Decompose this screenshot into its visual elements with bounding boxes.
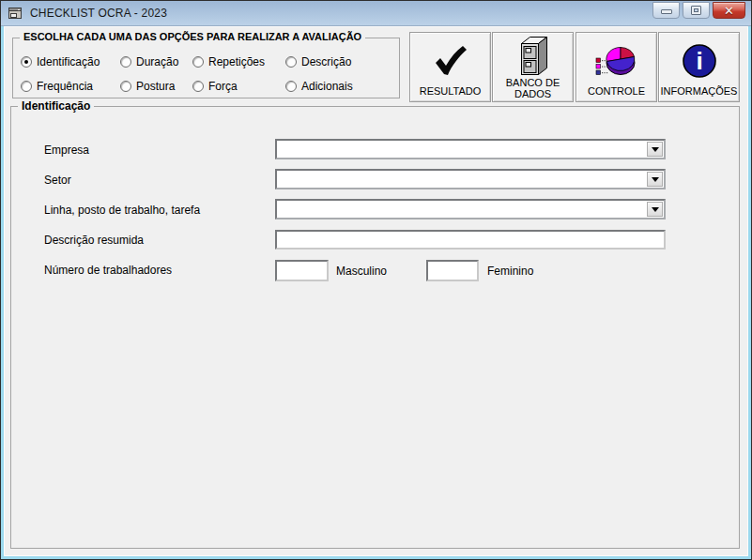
- form-background: ESCOLHA CADA UMA DAS OPÇÕES PARA REALIZA…: [4, 26, 748, 556]
- descricao-resumida-input[interactable]: [275, 230, 666, 250]
- radio-button-icon: [285, 81, 297, 92]
- controle-button[interactable]: CONTROLE: [576, 32, 657, 102]
- setor-label: Setor: [44, 174, 71, 187]
- maximize-button[interactable]: [683, 2, 710, 19]
- window-controls: ✕: [652, 2, 745, 19]
- checkmark-icon: [431, 36, 470, 85]
- radio-button-icon: [21, 56, 32, 68]
- chevron-down-icon: [652, 147, 659, 152]
- linha-dropdown-button[interactable]: [647, 202, 663, 217]
- vb-form-icon: [8, 6, 24, 21]
- radio-button-icon: [192, 56, 204, 68]
- masculino-label: Masculino: [336, 265, 387, 278]
- feminino-input[interactable]: [426, 260, 479, 281]
- empresa-combobox[interactable]: [275, 139, 666, 159]
- descricao-resumida-label: Descrição resumida: [44, 234, 144, 247]
- close-button[interactable]: ✕: [713, 2, 745, 19]
- radio-repeticoes[interactable]: Repetições: [192, 55, 265, 68]
- banco-de-dados-button[interactable]: BANCO DE DADOS: [492, 32, 574, 102]
- pie-chart-icon: [595, 36, 638, 85]
- title-bar[interactable]: CHECKLIST OCRA - 2023 ✕: [1, 1, 751, 26]
- radio-button-icon: [192, 81, 204, 92]
- setor-dropdown-button[interactable]: [647, 172, 663, 187]
- options-group-title: ESCOLHA CADA UMA DAS OPÇÕES PARA REALIZA…: [20, 31, 365, 42]
- chevron-down-icon: [652, 177, 659, 182]
- info-icon: i: [681, 36, 718, 85]
- radio-duracao[interactable]: Duração: [120, 55, 178, 68]
- identificacao-group-title: Identificação: [18, 99, 94, 113]
- app-window: CHECKLIST OCRA - 2023 ✕ ESCOLHA CADA UMA…: [0, 0, 752, 560]
- close-icon: ✕: [724, 5, 734, 17]
- numero-trabalhadores-label: Número de trabalhadores: [44, 264, 172, 277]
- radio-adicionais[interactable]: Adicionais: [285, 80, 353, 93]
- svg-text:i: i: [696, 47, 702, 75]
- radio-frequencia[interactable]: Frequência: [21, 80, 93, 93]
- resultado-button[interactable]: RESULTADO: [409, 32, 491, 102]
- radio-descricao[interactable]: Descrição: [285, 55, 351, 68]
- masculino-input[interactable]: [275, 260, 329, 281]
- feminino-label: Feminino: [487, 265, 533, 278]
- minimize-icon: [661, 9, 672, 14]
- chevron-down-icon: [652, 207, 659, 212]
- radio-button-icon: [285, 56, 297, 68]
- radio-button-icon: [21, 81, 32, 92]
- informacoes-button[interactable]: i INFORMAÇÕES: [658, 32, 740, 102]
- radio-button-icon: [120, 81, 131, 92]
- setor-combobox[interactable]: [275, 169, 666, 189]
- window-title: CHECKLIST OCRA - 2023: [30, 7, 652, 20]
- radio-forca[interactable]: Força: [192, 80, 238, 93]
- empresa-label: Empresa: [44, 144, 89, 157]
- radio-postura[interactable]: Postura: [120, 80, 175, 93]
- radio-button-icon: [120, 56, 131, 68]
- file-cabinet-icon: [516, 36, 550, 77]
- identificacao-groupbox: Identificação Empresa Setor Linha, posto…: [10, 106, 740, 549]
- options-groupbox: ESCOLHA CADA UMA DAS OPÇÕES PARA REALIZA…: [12, 38, 400, 98]
- empresa-dropdown-button[interactable]: [647, 142, 663, 157]
- window-frame: ESCOLHA CADA UMA DAS OPÇÕES PARA REALIZA…: [1, 26, 751, 559]
- linha-label: Linha, posto de trabalho, tarefa: [44, 204, 200, 217]
- maximize-icon: [691, 6, 701, 15]
- linha-combobox[interactable]: [275, 199, 666, 219]
- minimize-button[interactable]: [652, 2, 680, 19]
- radio-identificacao[interactable]: Identificação: [21, 55, 100, 68]
